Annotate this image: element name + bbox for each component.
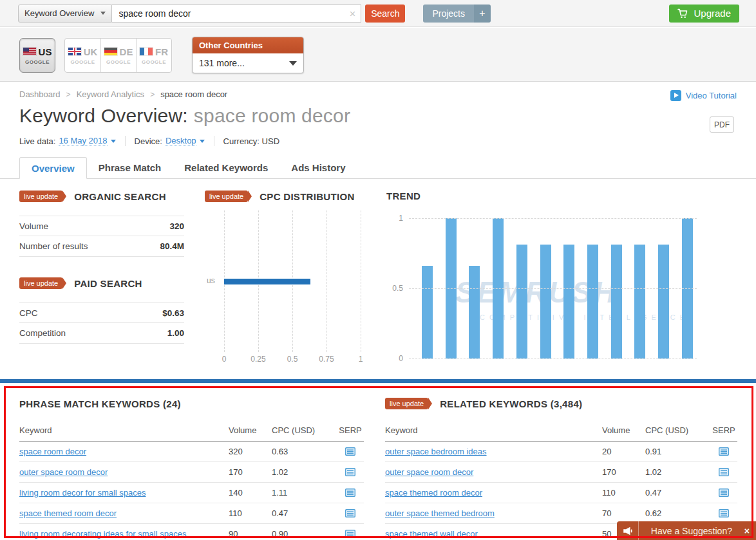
- report-type-dropdown[interactable]: Keyword Overview: [18, 5, 112, 23]
- region-button-uk[interactable]: UKGOOGLE: [65, 39, 100, 72]
- region-button-de[interactable]: DEGOOGLE: [100, 39, 136, 72]
- cpc-cell: 0.62: [645, 508, 702, 518]
- region-button-fr[interactable]: FRGOOGLE: [136, 39, 171, 72]
- column-header-volume: Volume: [602, 425, 637, 435]
- serp-icon[interactable]: [719, 489, 729, 497]
- search-button[interactable]: Search: [365, 5, 405, 23]
- projects-button[interactable]: Projects: [423, 5, 474, 23]
- play-icon: [670, 90, 681, 101]
- search-input[interactable]: [112, 5, 361, 23]
- serp-cell: [710, 509, 737, 517]
- metric-label: Volume: [19, 221, 48, 231]
- y-tick-label: 1: [399, 214, 403, 223]
- serp-icon[interactable]: [345, 468, 355, 476]
- trend-bar: [634, 245, 645, 358]
- column-header-volume: Volume: [229, 425, 263, 435]
- engine-label: GOOGLE: [142, 59, 166, 65]
- metric-label: Competition: [19, 328, 66, 338]
- serp-icon[interactable]: [345, 489, 355, 497]
- keyword-link[interactable]: outer space room decor: [19, 467, 220, 477]
- trend-bar: [469, 266, 480, 358]
- close-icon[interactable]: ×: [744, 526, 750, 536]
- tab-related-keywords[interactable]: Related Keywords: [173, 157, 279, 178]
- chevron-down-icon[interactable]: [111, 140, 116, 143]
- metric-value: 80.4M: [160, 241, 184, 251]
- engine-label: GOOGLE: [25, 59, 50, 65]
- organic-search-title: ORGANIC SEARCH: [74, 191, 166, 202]
- region-button-us-selected[interactable]: US GOOGLE: [19, 38, 55, 73]
- video-tutorial-link[interactable]: Video Tutorial: [670, 90, 737, 101]
- keyword-link[interactable]: living room decorating ideas for small s…: [19, 529, 220, 539]
- trend-title: TREND: [386, 191, 421, 201]
- keyword-link[interactable]: living room decor for small spaces: [19, 488, 220, 498]
- volume-cell: 320: [229, 447, 263, 456]
- trend-bar: [658, 245, 669, 358]
- serp-icon[interactable]: [719, 468, 729, 476]
- other-countries-dropdown[interactable]: Other Countries 131 more...: [192, 37, 304, 73]
- top-search-bar: Keyword Overview × Search Projects + Upg…: [0, 0, 756, 27]
- keyword-link[interactable]: outer space themed bedroom: [385, 508, 594, 518]
- chevron-down-icon[interactable]: [200, 140, 205, 143]
- breadcrumb-item-dashboard[interactable]: Dashboard: [19, 89, 61, 99]
- metric-row-number-of-results: Number of results80.4M: [19, 236, 184, 257]
- trend-bar: [516, 245, 527, 358]
- live-update-badge: live update: [19, 191, 62, 202]
- cpc-distribution-chart: us: [224, 210, 361, 352]
- add-project-button[interactable]: +: [474, 5, 491, 23]
- serp-icon[interactable]: [345, 530, 355, 538]
- serp-icon[interactable]: [345, 447, 355, 456]
- x-tick-label: 0.75: [319, 355, 334, 364]
- pdf-export-button[interactable]: PDF: [710, 116, 734, 133]
- keyword-link[interactable]: space themed wall decor: [385, 529, 594, 539]
- table-row: living room decor for small spaces1401.1…: [19, 483, 364, 503]
- volume-cell: 90: [229, 529, 263, 539]
- metric-value: 320: [169, 221, 184, 231]
- region-code-label: US: [39, 46, 52, 57]
- serp-icon[interactable]: [719, 447, 729, 456]
- serp-cell: [710, 468, 737, 476]
- keyword-link[interactable]: space themed room decor: [385, 488, 594, 498]
- paid-search-panel: live update PAID SEARCH CPC$0.63Competit…: [19, 277, 184, 344]
- suggestion-banner[interactable]: Have a Suggestion? ×: [617, 521, 756, 540]
- trend-bar: [540, 245, 551, 358]
- related-keywords-title: RELATED KEYWORDS (3,484): [440, 398, 582, 409]
- organic-search-table: Volume320Number of results80.4M: [19, 216, 184, 257]
- keyword-link[interactable]: space room decor: [19, 447, 220, 456]
- projects-button-group: Projects +: [423, 5, 491, 23]
- trend-bar: [563, 245, 574, 358]
- search-box: ×: [112, 5, 361, 23]
- page-title: Keyword Overview:space room decor: [19, 105, 350, 127]
- tab-ads-history[interactable]: Ads History: [279, 157, 357, 178]
- semrush-keyword-overview-screen: Keyword Overview × Search Projects + Upg…: [0, 0, 756, 540]
- tab-overview[interactable]: Overview: [19, 157, 87, 179]
- live-data-date-dropdown[interactable]: 16 May 2018: [59, 136, 107, 146]
- y-tick-label: 0.5: [392, 284, 403, 293]
- serp-icon[interactable]: [719, 509, 729, 517]
- cpc-cell: 1.02: [272, 467, 328, 477]
- trend-chart: SEMRUSH COMPETITIVE INTELLIGENCE 10.50: [409, 218, 697, 358]
- divider: [125, 136, 126, 146]
- upgrade-button[interactable]: Upgrade: [669, 5, 739, 23]
- region-code-text: FR: [155, 46, 168, 57]
- breadcrumb-item-keyword-analytics[interactable]: Keyword Analytics: [77, 89, 145, 99]
- device-dropdown[interactable]: Desktop: [165, 136, 196, 146]
- gridline: [326, 210, 327, 352]
- column-header-serp: SERP: [710, 425, 737, 435]
- tab-phrase-match[interactable]: Phrase Match: [87, 157, 173, 178]
- other-countries-value-row[interactable]: 131 more...: [193, 53, 303, 73]
- region-code-label: DE: [104, 46, 133, 57]
- serp-icon[interactable]: [345, 509, 355, 517]
- clear-search-icon[interactable]: ×: [349, 8, 355, 19]
- keyword-link[interactable]: outer space room decor: [385, 467, 594, 477]
- table-header-row: KeywordVolumeCPC (USD)SERP: [385, 420, 737, 442]
- video-tutorial-label: Video Tutorial: [686, 91, 737, 100]
- keyword-link[interactable]: space themed room decor: [19, 508, 220, 518]
- gridline: [409, 218, 697, 219]
- keyword-link[interactable]: outer space bedroom ideas: [385, 447, 594, 456]
- region-code-text: DE: [120, 46, 133, 57]
- megaphone-icon: [617, 521, 639, 540]
- suggestion-banner-label: Have a Suggestion?: [639, 526, 744, 536]
- column-header-cpc-usd: CPC (USD): [272, 425, 328, 435]
- column-header-serp: SERP: [337, 425, 364, 435]
- region-code-label: UK: [68, 46, 98, 57]
